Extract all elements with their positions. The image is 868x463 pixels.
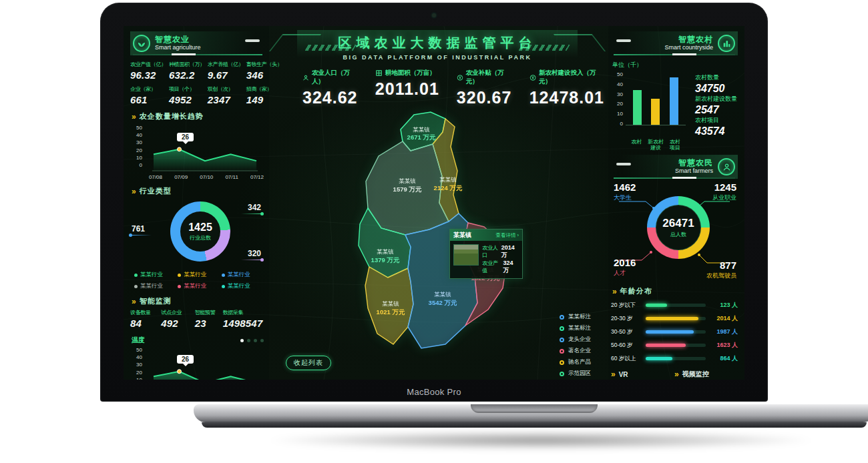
trend-line-chart: 50403020100 07/0807/0907/1007/1107/12 26 [130,124,265,180]
panel-title: 智慧农业 [155,35,201,44]
webcam-icon [432,13,436,17]
video-section-title: »视频监控 [674,370,738,379]
panel-subtitle: Smart farmers [675,167,713,175]
headline-stats: 农业人口（万人） 324.62 耕地面积（万亩） 2011.01 农业补贴（万元… [270,69,604,107]
dash-decoration [245,39,260,42]
bar [651,99,660,125]
stat: 企业（家）661 [130,85,166,105]
header-underline [614,177,735,179]
map-tooltip-card: 某某镇 查看详情 › 农业人口2014万 农业产值324万 [449,229,523,279]
ring-dot-icon [560,315,564,320]
svg-text:3542 万元: 3542 万元 [429,299,457,306]
trend-section-title: » 农企数量增长趋势 [132,111,265,121]
stat: 水产养殖（亿）9.67 [208,61,244,81]
svg-text:1579 万元: 1579 万元 [393,185,422,193]
person-icon [302,74,309,81]
farmers-callout: 877农机驾驶员 [706,260,736,280]
dot-icon[interactable] [240,339,244,342]
smart-farmers-header: 智慧农民 Smart farmers [611,155,738,179]
dot-icon [222,274,225,277]
dot-icon[interactable] [260,339,264,342]
farmers-callout: 2016人才 [614,257,636,278]
stat: 双创（次）2347 [208,85,244,105]
chevrons-icon: » [132,298,136,305]
laptop-shadow [160,430,868,456]
stat: 智能预警23 [195,309,220,329]
farmers-total: 26471 [662,217,694,230]
legend-item: 某某行业 [222,271,265,279]
stat: 新农村建设投入（万元） 12478.01 [529,69,604,107]
svg-text:某某镇: 某某镇 [434,291,451,298]
svg-text:1379 万元: 1379 万元 [371,256,400,264]
ring-dot-icon [560,372,564,376]
dot-icon[interactable] [254,339,257,342]
chevrons-icon: » [132,188,136,195]
svg-text:某某镇: 某某镇 [439,176,457,183]
ring-dot-icon [560,349,564,354]
svg-text:某某镇: 某某镇 [413,126,430,133]
stat: 设备数量84 [130,309,158,329]
center-panel: 区域农业大数据监管平台 BIG DATA PLATFORM OF INDUSTR… [270,26,604,380]
industry-callout: 761 [132,224,152,236]
laptop-underside [202,422,867,428]
laptop-base [194,404,868,422]
farmers-donut-chart: 26471 总人数 1462大学生 [611,181,738,280]
page-title: 区域农业大数据监管平台 [270,30,604,52]
agriculture-stats: 农业产值（亿）96.32 种植面积（万）632.2 水产养殖（亿）9.67 畜牧… [130,61,265,105]
panel-subtitle: Smart countryside [664,44,713,51]
dot-icon [178,274,181,277]
monitor-stats: 设备数量84 试点企业492 智能预警23 数据采集1498547 [130,309,265,329]
bar [670,77,678,125]
subsidy-icon [457,74,463,81]
pagination-dots[interactable] [240,339,264,342]
chevrons-icon: » [674,371,679,378]
farmers-callout: 1245从业职业 [712,181,736,202]
laptop-lid: 智慧农业 Smart agriculture 农业产值（亿）96.32 种植面积… [100,3,768,402]
stat: 农业补贴（万元） 320.67 [457,69,512,107]
dot-icon[interactable] [247,339,250,342]
legend-item: 某某行业 [134,282,178,290]
ring-dot-icon [560,326,564,331]
temperature-label: 温度 [132,336,145,345]
stat: 耕地面积（万亩） 2011.01 [375,69,439,107]
dot-icon [222,285,225,288]
legend-item: 某某行业 [134,271,178,279]
dash-decoration [616,163,631,165]
temperature-line-chart: 50403020100 07/0807/0907/1007/1107/12 26 [130,346,265,380]
macbook-mockup: 智慧农业 Smart agriculture 农业产值（亿）96.32 种植面积… [100,3,768,402]
legend-item[interactable]: 龙头企业 [560,336,591,344]
agriculture-leaf-icon [133,35,150,52]
laptop-notch [471,404,598,413]
village-building-icon [718,35,735,52]
page: 智慧农业 Smart agriculture 农业产值（亿）96.32 种植面积… [0,0,868,463]
stat: 新农村建设数量2547 [695,95,738,116]
region-thumbnail-image [453,244,479,266]
smart-agriculture-header: 智慧农业 Smart agriculture [130,31,265,55]
age-row: 20 岁以下123 人 [611,301,738,310]
stat: 项目（个）4952 [169,85,205,105]
stat: 农村数量34750 [695,73,738,95]
legend-item[interactable]: 示范园区 [560,370,591,378]
view-details-link[interactable]: 查看详情 › [495,232,519,239]
age-distribution-chart: 20 岁以下123 人 20-30 岁2014 人 30-50 岁1987 人 … [611,301,738,363]
legend-item: 某某行业 [178,271,221,279]
age-section-title: » 年龄分布 [612,286,738,296]
legend-item[interactable]: 某某标注 [560,324,591,332]
industry-total: 1425 [188,221,212,234]
svg-text:2671 万元: 2671 万元 [407,133,436,141]
chart-tooltip: 26 [177,133,194,141]
dot-icon [134,285,138,288]
collapse-list-button[interactable]: 收起列表 [286,356,331,370]
legend-item[interactable]: 驰名产品 [560,358,591,366]
age-row: 30-50 岁1987 人 [611,328,738,336]
panel-title: 智慧农民 [675,159,713,167]
farmland-icon [375,69,383,77]
svg-text:某某镇: 某某镇 [382,300,399,307]
svg-text:2124 万元: 2124 万元 [434,184,463,191]
industry-callout: 320 [241,249,261,260]
smart-countryside-header: 智慧农村 Smart countryside [611,31,738,55]
header-underline [133,54,262,55]
legend-item[interactable]: 某某标注 [560,313,591,321]
legend-item[interactable]: 著名企业 [560,347,591,355]
industry-legend: 某某行业 某某行业 某某行业 某某行业 某某行业 某某行业 [130,271,265,290]
